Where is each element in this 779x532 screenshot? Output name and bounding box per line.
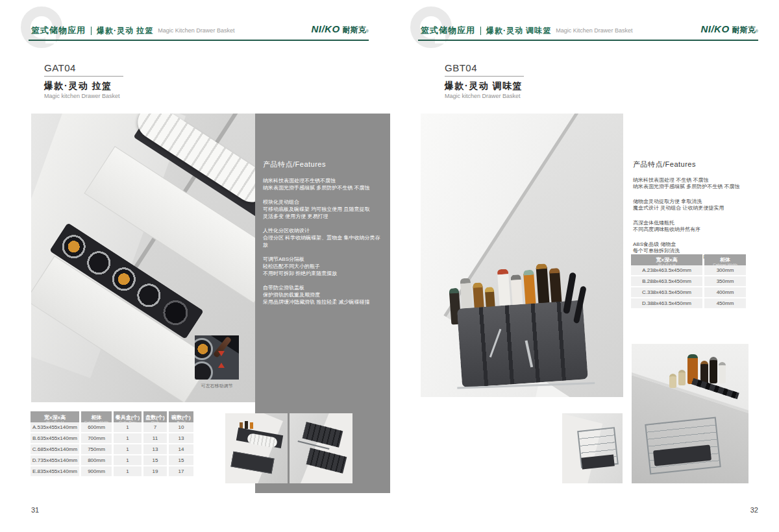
main-photo-spice-basket [421,114,623,397]
feature-group: 可调节ABS分隔板 轻松匹配不同大小的瓶子 不用时可拆卸 拒绝约束随意摆放 [263,256,381,277]
thumbnail-photo-basket-loaded [225,413,288,483]
header-title-cn: 爆款·灵动 调味篮 [486,25,551,36]
product-name-en: Magic kitchen Drawer Basket [44,93,123,99]
table-cell: 7 [143,422,167,432]
photo-jar [678,370,686,385]
header-divider [480,27,481,35]
table-cell: 1 [114,466,142,476]
table-cell: 15 [169,455,193,465]
col-header-cn: 餐具盒(个) [116,415,140,420]
feature-line: 每个可单独拆卸清洗 [633,248,756,254]
col-header-cn: 柜体 [92,415,102,420]
features-right: 产品特点/Features 纳米科技表面处理 不生锈 不腐蚀 纳米表面光滑手感细… [633,161,756,269]
callout-inset-photo [195,335,239,380]
product-block-right: GBT04 爆款·灵动 调味篮 Magic kitchen Drawer Bas… [445,62,524,99]
table-cell: 450mm [704,298,746,308]
table-cell: 1 [114,422,142,432]
feature-line: 储物盒灵动提取方便 拿取清洗 [633,199,756,205]
photo-jar [669,374,676,388]
table-cell: A.535x455x140mm [31,422,79,432]
table-cell: D.388x463.5x450mm [631,298,702,308]
feature-line: 纳米科技表面处理 不生锈 不腐蚀 [633,177,756,184]
col-header-cn: 柜体 [720,257,730,263]
photo-spice-organizer [442,259,601,396]
product-code: GBT04 [445,62,524,73]
arrow-up-icon [218,363,225,368]
table-cell: 13 [143,444,167,454]
table-cell: A.238x463.5x450mm [631,265,702,275]
header-divider [91,27,92,35]
photo-bottle [710,357,717,383]
feature-line: 纳米科技表面处理不生锈不腐蚀 [263,177,381,184]
table-cell: D.735x455x140mm [31,455,79,465]
table-cell: 1 [114,455,142,465]
col-header-cn: 盘数(个) [145,415,164,420]
product-name-cn: 爆款·灵动 拉篮 [44,80,123,92]
feature-line: 模块化灵动组合 [263,199,381,206]
table-cell: C.685x455x140mm [31,444,79,454]
registered-mark: ® [756,29,758,33]
table-cell: 1 [114,444,142,454]
table-cell: 750mm [81,444,112,454]
col-header-cn: 碗数(个) [171,415,190,420]
table-cell: 15 [143,455,167,465]
callout-caption: 可左右移动调节 [187,383,247,389]
table-cell: 13 [169,433,193,443]
feature-line: ABS食品级 储物盒 [633,241,756,248]
table-cell: 1 [114,433,142,443]
table-cell: 11 [143,433,167,443]
feature-line: 轻松匹配不同大小的瓶子 [263,263,381,270]
brand-logo-cn: 耐斯克 [732,25,756,36]
table-cell: 300mm [704,265,746,275]
col-header-cn: 宽x深x高 [656,257,678,263]
feature-line: 纳米表面光滑手感细腻 多层防护不生锈 不腐蚀 [633,184,756,190]
table-cell: 800mm [81,455,112,465]
table-cell: E.835x455x140mm [31,466,79,476]
thumbnail-photo-wire-basket [562,413,623,483]
feature-line: 采用品牌缓冲隐藏滑轨 推拉轻柔 减少碗碟碰撞 [263,298,381,306]
arrow-down-icon [218,351,225,356]
features-heading: 产品特点/Features [263,161,381,168]
table-cell: 19 [143,466,167,476]
feature-line: 高深盒体低矮瓶托 [633,220,756,226]
feature-group: 高深盒体低矮瓶托 不同高度调味瓶收纳井然有序 [633,220,756,233]
photo-countertop-spices [632,344,748,483]
header-category: 篮式储物应用 [421,25,475,36]
product-name-en: Magic kitchen Drawer Basket [445,93,524,99]
feature-group: 自带防尘滑轨盖板 保护滑轨的载重及顺滑度 采用品牌缓冲隐藏滑轨 推拉轻柔 减少碗… [263,284,381,306]
table-cell: 14 [169,444,193,454]
table-cell: C.338x463.5x450mm [631,287,702,297]
product-block-left: GAT04 爆款·灵动 拉篮 Magic kitchen Drawer Bask… [44,62,123,99]
feature-line: 自带防尘滑轨盖板 [263,284,381,291]
header-title-cn: 爆款·灵动 拉篮 [97,25,153,36]
table-cell: 900mm [81,466,112,476]
table-cell: B.288x463.5x450mm [631,276,702,286]
feature-line: 灵活多变 使用方便 更易打理 [263,213,381,220]
table-cell: 700mm [81,433,112,443]
table-cell: 600mm [81,422,112,432]
product-code-underline [44,76,123,77]
feature-line: 保护滑轨的载重及顺滑度 [263,291,381,298]
inset-bowl [195,338,213,360]
brand-logo-wordmark: NI/KO [700,23,729,34]
page-header-left: 篮式储物应用 爆款·灵动 拉篮 Magic Kitchen Drawer Bas… [31,25,234,36]
registered-mark: ® [366,29,369,33]
feature-group: 储物盒灵动提取方便 拿取清洗 魔盒式设计 灵动组合 让收纳更便捷实用 [633,199,756,212]
feature-line: 可调节ABS分隔板 [263,256,381,263]
feature-group: 模块化灵动组合 可移动底板及碗碟架 均可独立使用 且随意提取 灵活多变 使用方便… [263,199,381,220]
feature-line: 不同高度调味瓶收纳井然有序 [633,226,756,233]
page-number: 31 [31,506,39,514]
feature-line: 魔盒式设计 灵动组合 让收纳更便捷实用 [633,205,756,212]
brand-logo: NI/KO 耐斯克 ® [674,23,758,36]
feature-line: 人性化分区收纳设计 [263,227,381,234]
header-rule [418,40,758,41]
table-cell: 350mm [704,276,746,286]
feature-line: 合理分区 科学收纳碗碟架、置物盒 集中收纳分类存放 [263,234,381,248]
features-left: 产品特点/Features 纳米科技表面处理不生锈不腐蚀 纳米表面光滑手感细腻 … [263,161,381,313]
page-number: 32 [740,506,758,514]
page-header-right: 篮式储物应用 爆款·灵动 调味篮 Magic Kitchen Drawer Ba… [421,25,632,36]
feature-line: 纳米表面光滑手感细腻 多层防护不生锈 不腐蚀 [263,184,381,191]
catalog-spread: 篮式储物应用 爆款·灵动 拉篮 Magic Kitchen Drawer Bas… [0,0,779,532]
brand-logo: NI/KO 耐斯克 ® [284,23,369,36]
col-header-cn: 宽x深x高 [44,415,66,420]
